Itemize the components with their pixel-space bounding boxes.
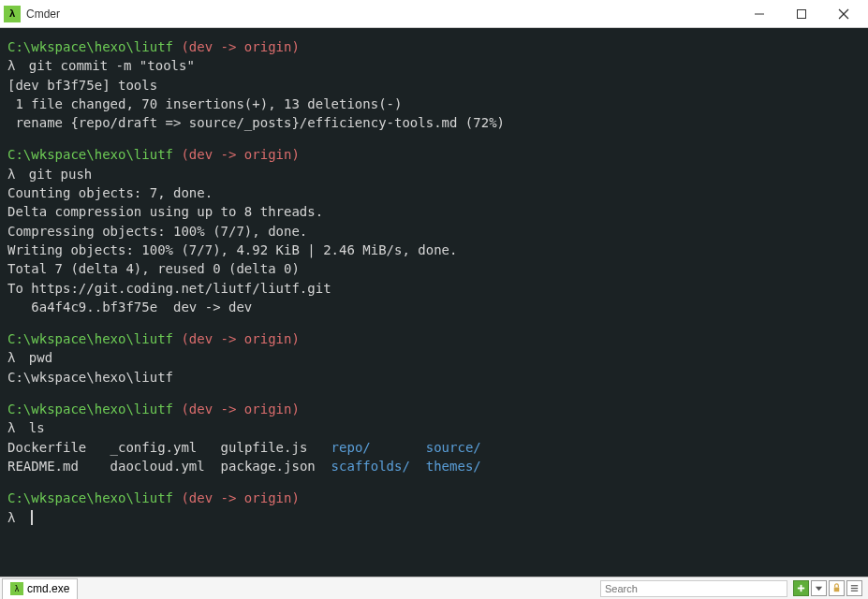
command-line: λ git push [7, 165, 861, 183]
prompt-path: C:\wkspace\hexo\liutf [7, 402, 181, 416]
command-text: ls [21, 420, 44, 435]
prompt-line: C:\wkspace\hexo\liutf (dev -> origin) [7, 37, 861, 56]
output-line: Counting objects: 7, done. [7, 183, 861, 202]
output-line: Compressing objects: 100% (7/7), done. [7, 222, 861, 241]
ls-dir: repo/ [331, 440, 426, 455]
branch-indicator: (dev -> origin) [181, 39, 299, 54]
command-line: λ git commit -m "tools" [7, 56, 861, 75]
prompt-path: C:\wkspace\hexo\liutf [7, 39, 181, 54]
svg-rect-1 [797, 9, 805, 18]
prompt-path: C:\wkspace\hexo\liutf [7, 490, 181, 505]
output-line: Total 7 (delta 4), reused 0 (delta 0) [7, 259, 861, 278]
branch-indicator: (dev -> origin) [181, 331, 299, 346]
settings-button[interactable] [846, 580, 862, 596]
command-text: pwd [21, 350, 52, 365]
ls-file: README.md [7, 459, 110, 474]
close-button[interactable] [822, 1, 864, 27]
prompt-line: C:\wkspace\hexo\liutf (dev -> origin) [7, 329, 861, 348]
command-text [21, 510, 28, 525]
terminal-block: C:\wkspace\hexo\liutf (dev -> origin)λ l… [7, 400, 861, 475]
output-line: C:\wkspace\hexo\liutf [7, 368, 861, 387]
tab-icon: λ [10, 582, 23, 595]
ls-file: daocloud.yml [110, 459, 221, 474]
prompt-line: C:\wkspace\hexo\liutf (dev -> origin) [7, 145, 861, 164]
terminal-viewport[interactable]: C:\wkspace\hexo\liutf (dev -> origin)λ g… [0, 28, 868, 577]
output-line: 6a4f4c9..bf3f75e dev -> dev [7, 298, 861, 316]
output-line: rename {repo/draft => source/_posts}/eff… [7, 113, 861, 132]
branch-indicator: (dev -> origin) [181, 490, 299, 505]
output-line: [dev bf3f75e] tools [7, 76, 861, 95]
new-tab-button[interactable] [793, 580, 809, 596]
lambda-prompt: λ [7, 167, 15, 182]
lock-icon[interactable] [829, 580, 845, 596]
prompt-path: C:\wkspace\hexo\liutf [7, 147, 181, 162]
lambda-prompt: λ [7, 420, 15, 435]
lambda-prompt: λ [7, 510, 15, 525]
window-title: Cmder [26, 7, 738, 21]
lambda-prompt: λ [7, 350, 15, 365]
ls-dir: scaffolds/ [331, 459, 426, 474]
ls-dir: source/ [426, 440, 481, 455]
svg-marker-6 [816, 587, 822, 592]
terminal-block: C:\wkspace\hexo\liutf (dev -> origin)λ [7, 489, 861, 527]
window-controls [738, 1, 864, 27]
dropdown-button[interactable] [811, 580, 827, 596]
cursor [31, 510, 33, 525]
branch-indicator: (dev -> origin) [181, 402, 299, 416]
command-line: λ pwd [7, 348, 861, 367]
search-input[interactable] [600, 580, 787, 597]
output-line: Writing objects: 100% (7/7), 4.92 KiB | … [7, 241, 861, 259]
terminal-block: C:\wkspace\hexo\liutf (dev -> origin)λ g… [7, 145, 861, 316]
ls-row: README.md daocloud.yml package.json scaf… [7, 457, 861, 475]
output-line: To https://git.coding.net/liutf/liutf.gi… [7, 279, 861, 298]
prompt-line: C:\wkspace\hexo\liutf (dev -> origin) [7, 489, 861, 507]
ls-file: _config.yml [110, 440, 221, 455]
lambda-prompt: λ [7, 58, 15, 73]
prompt-path: C:\wkspace\hexo\liutf [7, 331, 181, 346]
terminal-block: C:\wkspace\hexo\liutf (dev -> origin)λ p… [7, 329, 861, 387]
minimize-button[interactable] [738, 1, 780, 27]
command-text: git push [21, 167, 92, 182]
command-line: λ [7, 508, 861, 527]
output-line: 1 file changed, 70 insertions(+), 13 del… [7, 95, 861, 113]
ls-row: Dockerfile _config.yml gulpfile.js repo/… [7, 438, 861, 457]
ls-file: package.json [221, 459, 331, 474]
ls-dir: themes/ [426, 459, 481, 474]
branch-indicator: (dev -> origin) [181, 147, 299, 162]
tab-label: cmd.exe [27, 582, 69, 595]
ls-file: gulpfile.js [221, 440, 331, 455]
console-tab[interactable]: λ cmd.exe [2, 578, 78, 599]
window-titlebar: λ Cmder [0, 0, 868, 28]
command-text: git commit -m "tools" [21, 58, 194, 73]
output-line: Delta compression using up to 8 threads. [7, 202, 861, 221]
command-line: λ ls [7, 418, 861, 437]
prompt-line: C:\wkspace\hexo\liutf (dev -> origin) [7, 400, 861, 418]
status-bar: λ cmd.exe [0, 577, 868, 599]
app-icon: λ [4, 6, 21, 22]
terminal-block: C:\wkspace\hexo\liutf (dev -> origin)λ g… [7, 37, 861, 132]
maximize-button[interactable] [780, 1, 822, 27]
svg-rect-7 [834, 588, 840, 592]
ls-file: Dockerfile [7, 440, 110, 455]
status-icons [791, 580, 868, 596]
